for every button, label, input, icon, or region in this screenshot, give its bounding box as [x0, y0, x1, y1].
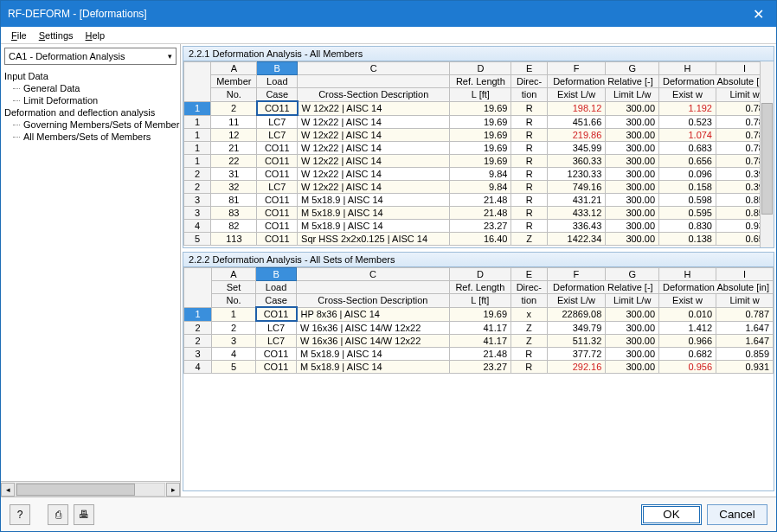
scroll-left-icon[interactable]: ◂ — [1, 483, 15, 497]
table-all-sets[interactable]: A B C D E F G H I SetLoad Ref. LengthDir… — [183, 267, 774, 374]
table-row[interactable]: 2 3 LC7 W 16x36 | AISC 14/W 12x22 41.17 … — [184, 335, 774, 348]
scroll-right-icon[interactable]: ▸ — [166, 483, 180, 497]
table1-title: 2.2.1 Deformation Analysis - All Members — [183, 46, 774, 61]
menu-help[interactable]: Help — [80, 29, 111, 42]
table2-title: 2.2.2 Deformation Analysis - All Sets of… — [183, 252, 774, 267]
help-button[interactable]: ? — [10, 504, 30, 525]
table-row[interactable]: 3 81 CO11 M 5x18.9 | AISC 14 21.48 R 431… — [184, 194, 774, 207]
menubar: File Settings Help — [1, 27, 776, 44]
print-button[interactable]: 🖶 — [74, 504, 94, 525]
sidebar: CA1 - Deformation Analysis ▾ Input Data … — [1, 44, 181, 497]
tree-general-data[interactable]: General Data — [1, 82, 180, 94]
combo-text: CA1 - Deformation Analysis — [9, 51, 125, 61]
table1-vscrollbar[interactable] — [760, 61, 774, 247]
footer: ? ⎙ 🖶 OK Cancel — [1, 497, 776, 531]
titlebar: RF-DEFORM - [Deformations] ✕ — [1, 1, 776, 27]
body: CA1 - Deformation Analysis ▾ Input Data … — [1, 44, 776, 497]
table2-wrap: A B C D E F G H I SetLoad Ref. LengthDir… — [183, 267, 774, 491]
table-row[interactable]: 1 21 CO11 W 12x22 | AISC 14 19.69 R 345.… — [184, 142, 774, 155]
window-title: RF-DEFORM - [Deformations] — [8, 8, 147, 20]
close-icon[interactable]: ✕ — [748, 6, 769, 22]
nav-tree: Input Data General Data Limit Deformatio… — [1, 68, 180, 481]
tree-governing-members[interactable]: Governing Members/Sets of Member — [1, 119, 180, 131]
menu-file[interactable]: File — [6, 29, 32, 42]
main-panel: 2.2.1 Deformation Analysis - All Members… — [181, 44, 776, 497]
export-button[interactable]: ⎙ — [48, 504, 68, 525]
analysis-case-combo[interactable]: CA1 - Deformation Analysis ▾ — [4, 48, 177, 65]
table-row[interactable]: 2 31 CO11 W 12x22 | AISC 14 9.84 R 1230.… — [184, 168, 774, 181]
tree-limit-deformation[interactable]: Limit Deformation — [1, 94, 180, 106]
tree-all-members[interactable]: All Members/Sets of Members — [1, 131, 180, 143]
table-row[interactable]: 1 1 CO11 HP 8x36 | AISC 14 19.69 x 22869… — [184, 307, 774, 321]
table-row[interactable]: 2 2 LC7 W 16x36 | AISC 14/W 12x22 41.17 … — [184, 321, 774, 335]
table-row[interactable]: 1 2 CO11 W 12x22 | AISC 14 19.69 R 198.1… — [184, 101, 774, 115]
table-row[interactable]: 3 4 CO11 M 5x18.9 | AISC 14 21.48 R 377.… — [184, 348, 774, 361]
table-row[interactable]: 4 5 CO11 M 5x18.9 | AISC 14 23.27 R 292.… — [184, 361, 774, 374]
sidebar-hscrollbar[interactable]: ◂ ▸ — [1, 481, 180, 497]
table-row[interactable]: 1 22 CO11 W 12x22 | AISC 14 19.69 R 360.… — [184, 155, 774, 168]
table-row[interactable]: 5 113 CO11 Sqr HSS 2x2x0.125 | AISC 14 1… — [184, 233, 774, 246]
ok-button[interactable]: OK — [641, 504, 702, 525]
table-row[interactable]: 4 82 CO11 M 5x18.9 | AISC 14 23.27 R 336… — [184, 220, 774, 233]
table-row[interactable]: 1 12 LC7 W 12x22 | AISC 14 19.69 R 219.8… — [184, 129, 774, 142]
table-all-members[interactable]: A B C D E F G H I MemberLoad Ref. Length… — [183, 61, 774, 246]
app-window: RF-DEFORM - [Deformations] ✕ File Settin… — [0, 0, 777, 532]
table-row[interactable]: 2 32 LC7 W 12x22 | AISC 14 9.84 R 749.16… — [184, 181, 774, 194]
cancel-button[interactable]: Cancel — [707, 504, 767, 525]
menu-settings[interactable]: Settings — [34, 29, 79, 42]
table1-wrap: A B C D E F G H I MemberLoad Ref. Length… — [183, 61, 774, 248]
chevron-down-icon: ▾ — [168, 52, 172, 61]
table-row[interactable]: 1 11 LC7 W 12x22 | AISC 14 19.69 R 451.6… — [184, 115, 774, 129]
tree-input-data[interactable]: Input Data — [1, 70, 180, 82]
table-row[interactable]: 3 83 CO11 M 5x18.9 | AISC 14 21.48 R 433… — [184, 207, 774, 220]
tree-deformation-analysis[interactable]: Deformation and deflection analysis — [1, 106, 180, 119]
